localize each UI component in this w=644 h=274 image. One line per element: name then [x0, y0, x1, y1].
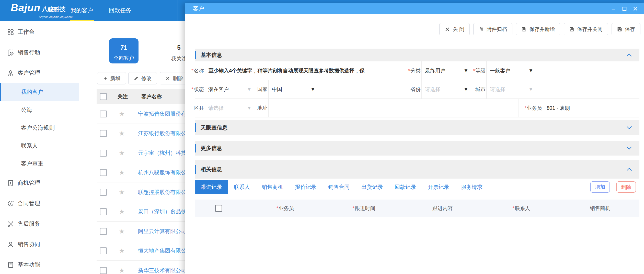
sidebar-item-public-sea[interactable]: 公海 — [0, 101, 79, 119]
nav-tab-label: 回款任务 — [109, 7, 131, 14]
country-select[interactable]: 中国▼ — [269, 80, 318, 98]
add-record-button[interactable]: 增加 — [590, 181, 610, 193]
star-icon[interactable]: ★ — [119, 111, 125, 117]
save-and-close-button[interactable]: 保存并关闭 — [564, 23, 608, 35]
sidebar-item-sales-collaboration[interactable]: 销售协同 — [0, 234, 79, 255]
stat-card-all-customers[interactable]: 71 全部客户 — [109, 38, 139, 63]
star-icon[interactable]: ★ — [119, 228, 125, 235]
level-select[interactable]: 一般客户▼ — [487, 61, 536, 80]
row-checkbox[interactable] — [100, 247, 107, 254]
customer-name-link[interactable]: 江苏银行股份有限公 — [138, 130, 186, 137]
salesman-input[interactable]: 801 - 袁朗 — [543, 105, 639, 112]
row-checkbox[interactable] — [100, 169, 107, 176]
customer-name-link[interactable]: 恒大地产集团有限公 — [138, 247, 186, 254]
chevron-up-icon[interactable] — [626, 53, 632, 57]
sidebar-item-contract-management[interactable]: 合同管理 — [0, 193, 79, 214]
sidebar-item-workbench[interactable]: 工作台 — [0, 22, 79, 42]
section-accent-bar — [195, 144, 196, 152]
row-checkbox[interactable] — [100, 111, 107, 117]
star-icon[interactable]: ★ — [119, 247, 125, 254]
close-icon[interactable] — [632, 6, 638, 12]
save-button[interactable]: 保存 — [612, 23, 640, 35]
button-label: 保存并新增 — [529, 26, 555, 33]
customer-name-link[interactable]: 元宇宙（杭州）科技 — [138, 149, 186, 157]
row-checkbox[interactable] — [100, 189, 107, 196]
sidebar-item-basic-functions[interactable]: 基本功能 — [0, 255, 79, 274]
tab-follow-up-records[interactable]: 跟进记录 — [195, 180, 228, 194]
stat-value: 71 — [109, 44, 139, 51]
level-field-cell: 一般客户▼ — [487, 61, 639, 80]
customer-name-link[interactable]: 新华三技术有限公司 — [138, 267, 186, 274]
sidebar-item-label: 工作台 — [18, 28, 34, 36]
nav-tab-payment-tasks[interactable]: 回款任务 — [101, 0, 139, 21]
tab-service-requests[interactable]: 服务请求 — [455, 180, 488, 194]
sidebar-item-customer-management[interactable]: 客户管理 — [0, 63, 79, 83]
nav-tab-my-customers[interactable]: 我的客户 — [63, 0, 101, 21]
row-checkbox[interactable] — [100, 267, 107, 274]
star-icon[interactable]: ★ — [119, 150, 125, 156]
customer-name-link[interactable]: 联想控股股份有限公 — [138, 189, 186, 196]
save-and-new-button[interactable]: 保存并新增 — [516, 23, 560, 35]
sidebar-item-contacts[interactable]: 联系人 — [0, 137, 79, 155]
customer-name-link[interactable]: 景田（深圳）食品饮 — [138, 208, 186, 215]
tab-sales-contracts[interactable]: 销售合同 — [322, 180, 355, 194]
star-icon[interactable]: ★ — [119, 267, 125, 274]
close-button[interactable]: 关 闭 — [439, 23, 470, 35]
attachment-archive-button[interactable]: 附件归档 — [473, 23, 512, 35]
select-all-checkbox[interactable] — [100, 93, 107, 100]
province-select[interactable]: 请选择▼ — [422, 80, 471, 98]
chevron-down-icon[interactable] — [626, 125, 632, 130]
tab-payment-records[interactable]: 回款记录 — [389, 180, 422, 194]
minimize-icon[interactable] — [611, 6, 616, 12]
status-select[interactable]: 潜在客户▼ — [205, 80, 255, 98]
required-marker: * — [524, 105, 526, 111]
customer-name-input[interactable]: 至少输入4个关键字，稍等片刻将自动展现天眼查参考数据供选择，保 — [205, 67, 410, 74]
maximize-icon[interactable] — [622, 6, 627, 12]
chevron-down-icon[interactable] — [626, 146, 632, 150]
customer-name-link[interactable]: 宁波拓普集团股份有 — [138, 110, 186, 117]
section-related-info[interactable]: 相关信息 — [195, 160, 639, 179]
add-customer-button[interactable]: 新增 — [97, 72, 126, 84]
row-checkbox[interactable] — [100, 150, 107, 157]
person-tie-icon — [7, 70, 14, 76]
row-checkbox[interactable] — [100, 130, 107, 137]
star-icon[interactable]: ★ — [119, 208, 125, 215]
tab-quotation-records[interactable]: 报价记录 — [289, 180, 322, 194]
district-select[interactable]: 请选择▼ — [205, 99, 255, 117]
customer-name-link[interactable]: 阿里云计算有限公司 — [138, 228, 186, 235]
sidebar-item-customer-dedup[interactable]: 客户查重 — [0, 155, 79, 173]
star-icon[interactable]: ★ — [119, 189, 125, 195]
tab-sales-opportunities[interactable]: 销售商机 — [256, 180, 289, 194]
sidebar-item-after-sales-service[interactable]: 售后服务 — [0, 214, 79, 234]
close-icon — [445, 27, 450, 32]
section-tianyancha-info[interactable]: 天眼查信息 — [195, 120, 639, 135]
city-select[interactable]: 请选择▼ — [487, 80, 536, 98]
customer-name-link[interactable]: 杭州八骏服饰有限公 — [138, 169, 186, 176]
row-checkbox[interactable] — [100, 208, 107, 215]
select-all-checkbox[interactable] — [215, 205, 222, 212]
section-basic-info[interactable]: 基本信息 — [195, 49, 639, 61]
chevron-up-icon[interactable] — [626, 167, 632, 172]
hamburger-menu-icon[interactable] — [51, 7, 58, 14]
edit-customer-button[interactable]: 修改 — [128, 72, 157, 84]
delete-record-button[interactable]: 删除 — [616, 181, 636, 193]
sidebar-item-opportunity-management[interactable]: 商机管理 — [0, 173, 79, 193]
district-field-cell: 请选择▼ — [205, 99, 257, 117]
sidebar-item-my-customers[interactable]: 我的客户 — [0, 83, 79, 101]
row-checkbox[interactable] — [100, 228, 107, 235]
sidebar-item-public-sea-rules[interactable]: 客户公海规则 — [0, 119, 79, 137]
table-row: ★ 恒大地产集团有限公 — [97, 241, 186, 261]
sidebar-item-label: 客户公海规则 — [21, 124, 55, 132]
delete-customer-button[interactable]: 删除 — [160, 72, 188, 84]
section-more-info[interactable]: 更多信息 — [195, 141, 639, 156]
tab-shipment-records[interactable]: 出货记录 — [355, 180, 389, 194]
star-icon[interactable]: ★ — [119, 169, 125, 176]
yen-circle-icon — [7, 200, 14, 207]
button-label: 关 闭 — [453, 26, 464, 33]
sidebar-item-sales-action[interactable]: 销售行动 — [0, 42, 79, 63]
star-icon[interactable]: ★ — [119, 130, 125, 137]
category-select[interactable]: 最终用户▼ — [422, 61, 471, 80]
table-row: ★ 景田（深圳）食品饮 — [97, 202, 186, 222]
tab-invoice-records[interactable]: 开票记录 — [422, 180, 455, 194]
tab-contacts[interactable]: 联系人 — [228, 180, 256, 194]
